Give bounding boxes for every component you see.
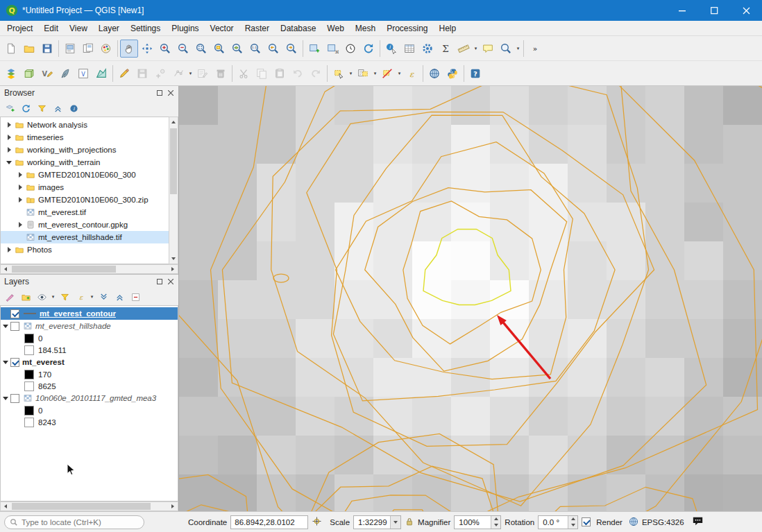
map-tips-icon[interactable] xyxy=(479,40,497,58)
new-print-layout-icon[interactable] xyxy=(61,40,79,58)
vertex-tool-dropdown-icon[interactable]: ▾ xyxy=(187,65,194,83)
new-virtual-layer-icon[interactable] xyxy=(92,65,110,83)
expander-collapsed-icon[interactable] xyxy=(19,222,22,228)
menu-web[interactable]: Web xyxy=(321,22,349,35)
select-features-by-value-dropdown-icon[interactable]: ▾ xyxy=(372,65,378,83)
new-project-icon[interactable] xyxy=(2,40,20,58)
zoom-to-native-resolution-icon[interactable]: 1:1 xyxy=(246,40,264,58)
python-console-icon[interactable] xyxy=(443,65,462,83)
expander-collapsed-icon[interactable] xyxy=(8,147,11,153)
maximize-button[interactable] xyxy=(698,0,730,21)
browser-item[interactable]: Photos xyxy=(1,243,169,256)
toggle-editing-icon[interactable] xyxy=(115,65,133,83)
menu-settings[interactable]: Settings xyxy=(125,22,166,35)
toggle-extents-display-icon[interactable] xyxy=(312,516,322,528)
refresh-map-icon[interactable] xyxy=(359,40,378,58)
select-features-dropdown-icon[interactable]: ▾ xyxy=(348,65,354,83)
cut-features-icon[interactable] xyxy=(235,65,253,83)
pan-map-icon[interactable] xyxy=(120,40,138,58)
measure-line-icon[interactable] xyxy=(455,40,473,58)
scroll-right-icon[interactable] xyxy=(168,265,178,273)
menu-edit[interactable]: Edit xyxy=(38,22,64,35)
collapse-all-icon[interactable] xyxy=(50,101,65,116)
close-button[interactable] xyxy=(730,0,762,21)
expander-collapsed-icon[interactable] xyxy=(8,247,11,252)
scroll-down-icon[interactable] xyxy=(169,254,178,264)
browser-item[interactable]: Network analysis xyxy=(1,119,169,131)
select-features-by-value-icon[interactable] xyxy=(354,65,372,83)
expander-expanded-icon[interactable] xyxy=(3,325,8,328)
toolbar-overflow-icon[interactable]: » xyxy=(526,40,544,58)
browser-horizontal-scrollbar[interactable] xyxy=(0,264,178,274)
crs-status[interactable]: EPSG:4326 xyxy=(642,518,684,526)
expander-collapsed-icon[interactable] xyxy=(19,185,22,190)
filter-legend-by-expression-icon[interactable]: ε xyxy=(73,289,88,304)
zoom-last-icon[interactable] xyxy=(264,40,282,58)
zoom-next-icon[interactable] xyxy=(282,40,300,58)
identify-features-icon[interactable]: i xyxy=(382,40,400,58)
menu-project[interactable]: Project xyxy=(1,22,38,35)
minimize-button[interactable] xyxy=(666,0,698,21)
new-map-view-icon[interactable] xyxy=(305,40,323,58)
scale-combo[interactable]: 1:32299 xyxy=(353,515,401,529)
expander-expanded-icon[interactable] xyxy=(3,397,8,400)
menu-layer[interactable]: Layer xyxy=(93,22,125,35)
show-layout-manager-icon[interactable] xyxy=(79,40,97,58)
layers-float-icon[interactable] xyxy=(155,277,164,286)
spin-up-icon[interactable] xyxy=(491,516,500,522)
metasearch-icon[interactable] xyxy=(425,65,443,83)
zoom-out-icon[interactable] xyxy=(174,40,192,58)
measure-line-dropdown-icon[interactable]: ▾ xyxy=(473,40,479,58)
menu-vector[interactable]: Vector xyxy=(205,22,239,35)
spin-up-icon[interactable] xyxy=(568,516,577,522)
menu-help[interactable]: Help xyxy=(434,22,462,35)
remove-layer-group-icon[interactable] xyxy=(128,289,143,304)
save-project-icon[interactable] xyxy=(38,40,56,58)
chevron-down-icon[interactable] xyxy=(390,516,400,529)
browser-item[interactable]: GMTED2010N10E060_300.zip xyxy=(1,194,169,206)
expander-collapsed-icon[interactable] xyxy=(8,135,11,140)
layer-item[interactable]: mt_everest_hillshade xyxy=(1,320,178,332)
expander-collapsed-icon[interactable] xyxy=(19,172,22,178)
expander-expanded-icon[interactable] xyxy=(6,161,12,164)
new-3d-map-view-icon[interactable]: 3D xyxy=(323,40,341,58)
help-contents-icon[interactable]: ? xyxy=(466,65,484,83)
zoom-to-layer-icon[interactable] xyxy=(228,40,246,58)
processing-toolbox-icon[interactable] xyxy=(418,40,437,58)
zoom-full-icon[interactable] xyxy=(192,40,210,58)
layer-visibility-checkbox[interactable] xyxy=(10,394,19,403)
menu-mesh[interactable]: Mesh xyxy=(350,22,381,35)
coordinate-field[interactable]: 86.8942,28.0102 xyxy=(230,515,308,529)
browser-item[interactable]: images xyxy=(1,181,169,194)
layer-visibility-checkbox[interactable] xyxy=(10,322,19,331)
map-canvas[interactable] xyxy=(179,86,762,511)
browser-properties-icon[interactable]: i xyxy=(66,101,81,116)
zoom-in-icon[interactable] xyxy=(156,40,174,58)
spin-down-icon[interactable] xyxy=(568,522,577,529)
menu-plugins[interactable]: Plugins xyxy=(166,22,204,35)
layers-close-icon[interactable] xyxy=(166,277,176,286)
expander-expanded-icon[interactable] xyxy=(3,361,8,364)
new-shapefile-layer-icon[interactable]: V xyxy=(38,65,56,83)
refresh-browser-icon[interactable] xyxy=(18,101,33,116)
statistical-summary-icon[interactable]: Σ xyxy=(437,40,455,58)
open-layer-styling-panel-icon[interactable] xyxy=(2,289,17,304)
browser-item[interactable]: mt_everest_hillshade.tif xyxy=(1,231,169,243)
filter-browser-icon[interactable] xyxy=(34,101,49,116)
scroll-left-icon[interactable] xyxy=(1,265,10,273)
browser-item[interactable]: mt_everest.tif xyxy=(1,206,169,218)
browser-float-icon[interactable] xyxy=(155,88,164,98)
collapse-all-layers-icon[interactable] xyxy=(112,289,127,304)
copy-features-icon[interactable] xyxy=(253,65,271,83)
save-layer-edits-icon[interactable] xyxy=(133,65,151,83)
paste-features-icon[interactable] xyxy=(271,65,289,83)
scroll-up-icon[interactable] xyxy=(169,117,178,127)
rotation-spinbox[interactable]: 0.0 ° xyxy=(538,515,578,529)
redo-icon[interactable] xyxy=(307,65,325,83)
geocoder-search-icon[interactable] xyxy=(497,40,515,58)
add-feature-icon[interactable] xyxy=(151,65,169,83)
vertex-tool-icon[interactable] xyxy=(169,65,187,83)
messages-icon[interactable] xyxy=(692,516,704,528)
layers-horizontal-scrollbar[interactable] xyxy=(0,501,178,511)
magnifier-spinbox[interactable]: 100% xyxy=(454,515,501,529)
